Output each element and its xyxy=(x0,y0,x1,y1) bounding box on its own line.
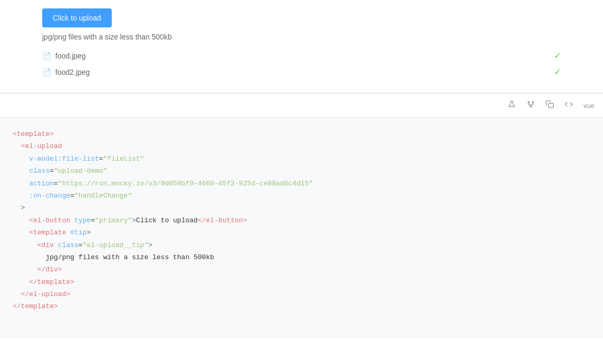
code-icon[interactable] xyxy=(562,98,575,113)
check-icon: ✓ xyxy=(554,51,561,61)
file-left: 📄 food.jpeg xyxy=(42,52,86,60)
code-line: jpg/png files with a size less than 500k… xyxy=(13,251,590,263)
code-line: <template> xyxy=(13,128,590,140)
copy-icon[interactable] xyxy=(543,98,556,113)
code-line: </template> xyxy=(13,276,590,288)
file-icon: 📄 xyxy=(42,68,51,76)
upload-hint: jpg/png files with a size less than 500k… xyxy=(42,33,561,41)
upload-button[interactable]: Click to upload xyxy=(42,8,112,27)
code-line: <div class="el-upload__tip"> xyxy=(13,239,590,251)
code-line: class="upload-demo" xyxy=(13,165,590,177)
flask-icon[interactable] xyxy=(505,98,518,113)
lang-label: vue xyxy=(583,102,595,110)
fork-icon[interactable] xyxy=(524,98,537,113)
code-section: <template> <el-upload v-model:file-list=… xyxy=(0,117,603,339)
code-line: <el-button type="primary">Click to uploa… xyxy=(13,214,590,227)
list-item: 📄 food2.jpeg ✓ xyxy=(42,64,561,80)
code-line: </el-upload> xyxy=(13,288,590,300)
code-line: </template> xyxy=(13,300,590,312)
svg-rect-4 xyxy=(549,103,553,108)
svg-point-1 xyxy=(532,102,534,103)
file-name: food.jpeg xyxy=(55,52,86,60)
code-line: <template #tip> xyxy=(13,227,590,239)
svg-point-0 xyxy=(528,102,530,103)
file-icon: 📄 xyxy=(42,52,51,60)
list-item: 📄 food.jpeg ✓ xyxy=(42,47,561,64)
check-icon: ✓ xyxy=(554,67,561,77)
code-line: :on-change="handleChange" xyxy=(13,190,590,202)
upload-section: Click to upload jpg/png files with a siz… xyxy=(0,0,603,93)
code-line: v-model:file-list="fileList" xyxy=(13,153,590,165)
toolbar: vue xyxy=(0,94,603,117)
svg-point-2 xyxy=(530,106,532,107)
code-line: action="https://run.mocky.io/v3/9d059bf9… xyxy=(13,178,590,190)
code-line: </div> xyxy=(13,263,590,276)
file-list: 📄 food.jpeg ✓ 📄 food2.jpeg ✓ xyxy=(42,47,561,80)
code-line: <el-upload xyxy=(13,140,590,152)
file-left: 📄 food2.jpeg xyxy=(42,68,90,76)
file-name: food2.jpeg xyxy=(55,68,90,76)
code-line: > xyxy=(13,202,590,214)
